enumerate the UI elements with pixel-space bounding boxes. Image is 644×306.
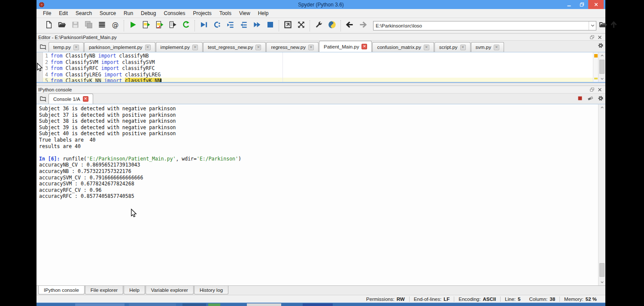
save-all-button[interactable] <box>83 21 94 31</box>
editor-undock-icon[interactable] <box>588 34 596 40</box>
pane-splitter[interactable] <box>36 83 605 86</box>
menu-tools[interactable]: Tools <box>216 9 235 17</box>
editor-tab-test_regress_new-py[interactable]: test_regress_new.py✕ <box>203 42 266 52</box>
working-directory-input[interactable] <box>374 23 589 28</box>
console-close-pane-icon[interactable] <box>596 87 604 93</box>
editor-scrollbar[interactable] <box>598 52 605 82</box>
open-file-button[interactable] <box>57 21 67 31</box>
menu-file[interactable]: File <box>39 9 55 17</box>
scroll-up-icon[interactable] <box>598 104 605 111</box>
scroll-down-icon[interactable] <box>598 279 605 285</box>
editor-tab-script-py[interactable]: script.py✕ <box>434 42 471 52</box>
step-into-button[interactable] <box>225 21 235 31</box>
save-button[interactable] <box>70 21 80 31</box>
stop-debug-icon <box>266 21 274 30</box>
editor-code-area[interactable]: 1from ClassifyNB import classifyNB2from … <box>36 52 605 82</box>
console-line: accuracyRFC : 0.8577405857740585 <box>39 193 597 200</box>
run-cell-advance-button[interactable] <box>154 21 164 31</box>
maximize-button[interactable] <box>575 0 588 9</box>
bottom-tab-ipython-console[interactable]: IPython console <box>38 286 85 294</box>
editor-tab-svm-py[interactable]: svm.py✕ <box>471 42 504 52</box>
open-dir-button[interactable] <box>599 21 607 31</box>
menu-projects[interactable]: Projects <box>189 9 216 17</box>
layout-button[interactable] <box>97 21 107 31</box>
code-line[interactable]: 3from ClassifyRFC import classifyRFC <box>43 65 593 72</box>
editor-tab-Patient_Main-py[interactable]: Patient_Main.py✕ <box>319 41 372 52</box>
step-out-button[interactable] <box>238 21 249 31</box>
code-line[interactable]: 5from ClassifyK_NN import classifyK_NN <box>43 78 593 82</box>
code-line[interactable]: 2from ClassifySVM import classifySVM <box>43 59 593 66</box>
clear-console-eraser-icon[interactable] <box>586 95 594 101</box>
continue-button[interactable] <box>252 21 262 31</box>
tab-close-icon[interactable]: ✕ <box>73 45 79 50</box>
editor-tab-implement-py[interactable]: implement.py✕ <box>156 42 203 52</box>
bottom-tab-file-explorer[interactable]: File explorer <box>85 286 123 294</box>
back-button[interactable] <box>344 21 355 31</box>
step-button[interactable] <box>212 21 222 31</box>
scroll-up-icon[interactable] <box>598 52 605 59</box>
menu-run[interactable]: Run <box>120 9 137 17</box>
preferences-button[interactable] <box>313 21 324 31</box>
symbol-finder-button[interactable]: @ <box>110 21 120 31</box>
menu-edit[interactable]: Edit <box>55 9 72 17</box>
tab-close-icon[interactable]: ✕ <box>145 45 151 50</box>
working-directory-combobox[interactable] <box>373 21 596 30</box>
tab-close-icon[interactable]: ✕ <box>308 45 314 50</box>
rerun-button[interactable] <box>181 21 191 31</box>
bottom-tab-history-log[interactable]: History log <box>194 286 228 294</box>
console-scrollbar[interactable] <box>598 104 605 285</box>
editor-tab-confusion_matrix-py[interactable]: confusion_matrix.py✕ <box>372 42 434 52</box>
code-line[interactable]: 4from ClassifyLREG import classifyLREG <box>43 72 593 78</box>
python-button[interactable] <box>327 21 337 31</box>
bottom-tab-variable-explorer[interactable]: Variable explorer <box>146 286 194 294</box>
close-button[interactable] <box>588 0 604 9</box>
editor-tab-parkinson_implement-py[interactable]: parkinson_implement.py✕ <box>84 42 155 52</box>
editor-tab-temp-py[interactable]: temp.py✕ <box>49 42 84 52</box>
run-selection-button[interactable] <box>167 21 178 31</box>
tab-close-icon[interactable]: ✕ <box>424 45 429 50</box>
taskbar-item <box>208 303 220 306</box>
run-cell-button[interactable] <box>141 21 151 31</box>
console-undock-icon[interactable] <box>588 87 596 93</box>
browse-tabs-icon[interactable] <box>38 42 48 51</box>
menu-help[interactable]: Help <box>254 9 273 17</box>
scroll-down-icon[interactable] <box>598 76 605 82</box>
new-file-button[interactable] <box>43 21 54 31</box>
menu-source[interactable]: Source <box>96 9 120 17</box>
console-scrollbar-thumb[interactable] <box>599 263 605 277</box>
menu-view[interactable]: View <box>235 9 254 17</box>
chevron-down-icon[interactable] <box>589 21 596 30</box>
menu-search[interactable]: Search <box>72 9 96 17</box>
fullscreen-button[interactable] <box>296 21 306 31</box>
tab-close-icon[interactable]: ✕ <box>192 45 198 50</box>
console-output-area[interactable]: Subject 36 is detected with negative par… <box>36 104 605 285</box>
up-dir-button[interactable] <box>610 21 618 31</box>
svg-text:@: @ <box>112 21 118 29</box>
debug-button[interactable] <box>198 21 209 31</box>
maximize-pane-button[interactable] <box>283 21 293 31</box>
tab-close-icon[interactable]: ✕ <box>361 44 367 49</box>
minimize-button[interactable] <box>562 0 575 9</box>
console-tab[interactable]: Console 1/A ✕ <box>49 94 93 104</box>
editor-tab-regress_new-py[interactable]: regress_new.py✕ <box>266 42 319 52</box>
run-button[interactable] <box>128 21 138 31</box>
tab-close-icon[interactable]: ✕ <box>255 45 261 50</box>
code-line[interactable]: 1from ClassifyNB import classifyNB <box>43 53 593 59</box>
editor-scrollbar-thumb[interactable] <box>599 60 605 74</box>
tab-close-icon[interactable]: ✕ <box>460 45 466 50</box>
bottom-tab-help[interactable]: Help <box>124 286 145 294</box>
run-cell-advance-icon <box>155 21 164 30</box>
forward-button[interactable] <box>358 21 368 31</box>
interrupt-kernel-icon[interactable] <box>576 95 584 101</box>
editor-close-pane-icon[interactable] <box>596 34 604 40</box>
status-column: Column:38 <box>525 297 559 302</box>
console-tab-close-icon[interactable]: ✕ <box>83 96 88 102</box>
debug-icon <box>200 21 208 30</box>
console-options-gear-icon[interactable] <box>597 95 605 101</box>
menu-debug[interactable]: Debug <box>137 9 160 17</box>
menu-consoles[interactable]: Consoles <box>160 9 189 17</box>
editor-options-gear-icon[interactable] <box>597 42 605 48</box>
tab-close-icon[interactable]: ✕ <box>494 45 499 50</box>
console-browse-tabs-icon[interactable] <box>38 94 48 103</box>
stop-debug-button[interactable] <box>265 21 275 31</box>
